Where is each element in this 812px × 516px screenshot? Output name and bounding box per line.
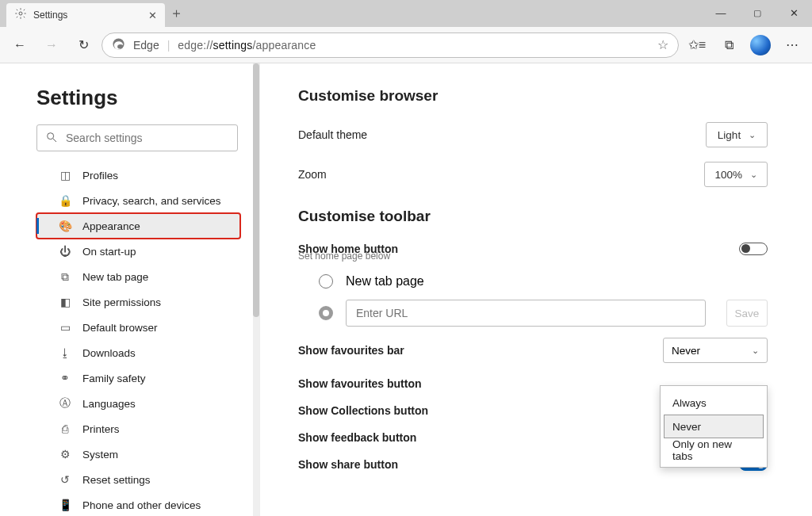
svg-point-0 <box>19 12 22 15</box>
zoom-label: Zoom <box>298 168 327 181</box>
sidebar-item-new-tab-page[interactable]: ⧉New tab page <box>36 264 240 289</box>
new-tab-button[interactable]: ＋ <box>170 4 183 22</box>
settings-sidebar: Settings ◫Profiles🔒Privacy, search, and … <box>0 63 259 516</box>
sidebar-item-label: Profiles <box>82 170 118 182</box>
search-icon <box>45 131 58 146</box>
sidebar-item-site-permissions[interactable]: ◧Site permissions <box>36 289 240 315</box>
sidebar-scrollbar[interactable] <box>253 63 259 516</box>
sidebar-item-phone-and-other-devices[interactable]: 📱Phone and other devices <box>36 492 240 516</box>
sidebar-item-reset-settings[interactable]: ↺Reset settings <box>36 467 240 492</box>
url-scheme-label: Edge <box>133 39 159 52</box>
family-icon: ⚭ <box>59 372 71 384</box>
sidebar-item-profiles[interactable]: ◫Profiles <box>36 162 240 188</box>
svg-point-2 <box>48 132 54 139</box>
sidebar-item-label: Default browser <box>82 322 158 334</box>
sidebar-item-printers[interactable]: ⎙Printers <box>36 416 240 441</box>
window-maximize-button[interactable]: ▢ <box>739 0 776 25</box>
sidebar-item-default-browser[interactable]: ▭Default browser <box>36 315 240 340</box>
gear-icon <box>14 7 27 23</box>
profile-avatar-button[interactable] <box>750 35 771 55</box>
customise-toolbar-heading: Customise toolbar <box>298 208 768 225</box>
window-minimize-button[interactable]: — <box>703 0 739 25</box>
more-menu-button[interactable]: ⋯ <box>779 32 806 59</box>
url-text: edge://settings/appearance <box>178 39 649 52</box>
new-tab-icon: ⧉ <box>59 270 71 284</box>
address-bar[interactable]: Edge | edge://settings/appearance ☆ <box>102 32 679 58</box>
chevron-down-icon: ⌄ <box>749 130 756 140</box>
home-radio-url[interactable] <box>319 306 333 320</box>
svg-line-3 <box>53 139 56 142</box>
show-share-button-label: Show share button <box>298 458 398 471</box>
sidebar-item-label: Family safety <box>82 373 146 384</box>
home-radio-new-tab-label: New tab page <box>346 274 424 289</box>
permissions-icon: ◧ <box>59 296 71 308</box>
show-collections-button-label: Show Collections button <box>298 404 428 417</box>
sidebar-item-label: On start-up <box>82 246 136 258</box>
annotation-arrow <box>807 436 812 515</box>
nav-forward-button[interactable]: → <box>38 32 65 59</box>
palette-icon: 🎨 <box>59 220 71 232</box>
settings-search-input[interactable] <box>66 132 229 144</box>
settings-main-panel: Customise browser Default theme Light⌄ Z… <box>260 63 812 516</box>
sidebar-item-languages[interactable]: ⒶLanguages <box>36 391 240 416</box>
favourites-bar-option-always[interactable]: Always <box>664 391 764 415</box>
collections-button[interactable]: ⧉ <box>715 32 742 59</box>
sidebar-item-label: Languages <box>82 398 136 410</box>
sidebar-item-family-safety[interactable]: ⚭Family safety <box>36 365 240 391</box>
home-url-save-button[interactable]: Save <box>726 300 768 327</box>
chevron-down-icon: ⌄ <box>752 346 759 356</box>
settings-search[interactable] <box>36 124 238 151</box>
edge-logo-icon <box>112 37 125 53</box>
phone-icon: 📱 <box>59 499 71 511</box>
show-favourites-button-label: Show favourites button <box>298 377 422 390</box>
tab-title: Settings <box>33 10 142 21</box>
sidebar-item-label: New tab page <box>82 271 148 283</box>
sidebar-item-system[interactable]: ⚙System <box>36 441 240 467</box>
sidebar-item-on-start-up[interactable]: ⏻On start-up <box>36 239 240 264</box>
system-icon: ⚙ <box>59 448 71 461</box>
sidebar-item-label: Downloads <box>82 347 136 359</box>
show-favourites-bar-select[interactable]: Never⌄ <box>663 338 768 363</box>
sidebar-item-label: Phone and other devices <box>82 499 201 511</box>
sidebar-item-appearance[interactable]: 🎨Appearance <box>36 213 240 239</box>
favourites-bar-dropdown: AlwaysNeverOnly on new tabs <box>660 385 768 468</box>
default-theme-label: Default theme <box>298 128 367 141</box>
sidebar-item-label: Reset settings <box>82 474 151 486</box>
window-close-button[interactable]: ✕ <box>776 0 812 25</box>
show-home-button-toggle[interactable] <box>739 243 768 255</box>
home-radio-new-tab[interactable] <box>319 274 333 289</box>
home-subtext: Set home page below <box>298 250 768 262</box>
sidebar-item-label: Site permissions <box>82 296 161 308</box>
power-icon: ⏻ <box>59 245 71 258</box>
sidebar-item-downloads[interactable]: ⭳Downloads <box>36 340 240 365</box>
nav-refresh-button[interactable]: ↻ <box>70 32 97 59</box>
nav-back-button[interactable]: ← <box>6 32 33 59</box>
chevron-down-icon: ⌄ <box>750 170 757 180</box>
browser-toolbar: ← → ↻ Edge | edge://settings/appearance … <box>0 27 812 63</box>
reset-icon: ↺ <box>59 473 71 486</box>
close-tab-icon[interactable]: ✕ <box>148 10 157 21</box>
download-icon: ⭳ <box>59 346 71 359</box>
lock-icon: 🔒 <box>59 194 71 207</box>
sidebar-item-privacy-search-and-services[interactable]: 🔒Privacy, search, and services <box>36 188 240 213</box>
browser-icon: ▭ <box>59 321 71 334</box>
printer-icon: ⎙ <box>59 422 71 435</box>
browser-tab[interactable]: Settings ✕ <box>6 3 165 27</box>
home-url-input[interactable] <box>346 300 706 327</box>
favourites-button[interactable]: ✩≡ <box>684 32 710 59</box>
favourites-bar-option-only-on-new-tabs[interactable]: Only on new tabs <box>664 438 764 462</box>
sidebar-item-label: System <box>82 449 118 461</box>
settings-heading: Settings <box>36 86 240 110</box>
window-titlebar: Settings ✕ ＋ — ▢ ✕ <box>0 0 812 27</box>
show-favourites-bar-label: Show favourites bar <box>298 344 404 357</box>
sidebar-item-label: Printers <box>82 423 120 435</box>
default-theme-select[interactable]: Light⌄ <box>706 122 768 147</box>
profile-card-icon: ◫ <box>59 169 71 182</box>
favourite-star-icon[interactable]: ☆ <box>657 37 668 52</box>
languages-icon: Ⓐ <box>59 396 71 411</box>
customise-browser-heading: Customise browser <box>298 87 768 105</box>
sidebar-item-label: Appearance <box>82 220 140 232</box>
zoom-select[interactable]: 100%⌄ <box>704 162 768 187</box>
sidebar-item-label: Privacy, search, and services <box>82 195 221 207</box>
favourites-bar-option-never[interactable]: Never <box>664 415 764 438</box>
